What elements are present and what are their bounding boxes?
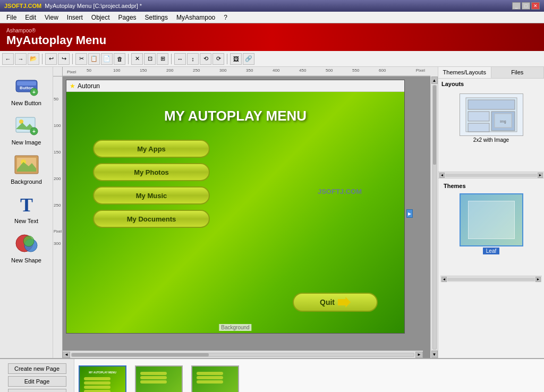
brand-ashampoo: Ashampoo® xyxy=(6,28,106,33)
page-mini-btns-sub1 xyxy=(140,372,167,384)
tb-open[interactable]: 📂 xyxy=(28,53,39,65)
page-item-main[interactable]: MY AUTOPLAY MENU Main Page xyxy=(79,365,126,392)
text-icon: T xyxy=(14,191,39,217)
menu-settings[interactable]: Settings xyxy=(141,13,172,22)
menu-help[interactable]: ? xyxy=(219,13,232,22)
svg-text:Pixel: Pixel xyxy=(67,70,76,74)
maximize-button[interactable]: □ xyxy=(522,2,530,10)
menu-object[interactable]: Object xyxy=(87,13,114,22)
page-mini-title: MY AUTOPLAY MENU xyxy=(82,371,123,374)
layout-scroll-right[interactable]: ► xyxy=(538,173,543,178)
title-bar: JSOFTJ.COM MyAutoplay Menu [C:\project.a… xyxy=(0,0,544,12)
tb-undo[interactable]: ↩ xyxy=(45,53,57,65)
tool-background[interactable]: Background xyxy=(5,150,48,187)
themes-label: Themes xyxy=(440,181,542,191)
tb-paste[interactable]: 📄 xyxy=(101,53,113,65)
canvas-scroll[interactable]: ★ Autorun MY AUTOPLAY MENU My Apps My Ph… xyxy=(63,76,430,358)
theme-scroll-left[interactable]: ◄ xyxy=(441,277,447,282)
page-mini-btn-2 xyxy=(84,381,110,385)
tb-copy[interactable]: 📋 xyxy=(88,53,100,65)
menu-btn-documents[interactable]: My Documents xyxy=(93,210,210,228)
shape-icon xyxy=(14,231,39,256)
menu-pages[interactable]: Pages xyxy=(114,13,141,22)
tab-themes-layouts[interactable]: Themes/Layouts xyxy=(438,67,491,78)
tb-sep-3 xyxy=(128,54,129,64)
svg-text:T: T xyxy=(20,194,32,216)
edit-page-button[interactable]: Edit Page xyxy=(8,376,66,387)
delete-page-button[interactable]: Delete Page xyxy=(8,389,66,392)
page-mini-btns xyxy=(84,377,110,392)
tb-image[interactable]: 🖼 xyxy=(230,53,242,65)
layout-h-scroll[interactable]: ◄ ► xyxy=(438,172,544,178)
v-scroll-up[interactable]: ▲ xyxy=(431,76,438,84)
canvas-body: 50 100 150 200 250 Pixel 300 ★ Autorun xyxy=(53,76,438,358)
layout-scroll-left[interactable]: ◄ xyxy=(439,173,445,178)
tb-delete[interactable]: 🗑 xyxy=(114,53,125,65)
v-scroll-track[interactable] xyxy=(432,85,437,350)
svg-point-17 xyxy=(23,236,34,246)
selection-handle[interactable]: ▶ xyxy=(406,209,413,218)
theme-h-scroll[interactable]: ◄ ► xyxy=(440,276,542,282)
tb-link[interactable]: 🔗 xyxy=(243,53,254,65)
menu-view[interactable]: View xyxy=(40,13,63,22)
tb-redo[interactable]: ↪ xyxy=(58,53,70,65)
close-button[interactable]: ✕ xyxy=(531,2,540,10)
theme-scroll-right[interactable]: ► xyxy=(536,277,541,282)
page-mini-btn-1 xyxy=(84,377,110,380)
layout-item-2x2[interactable]: img 2x2 with Image xyxy=(440,91,542,145)
tool-new-image-label: New Image xyxy=(12,139,41,146)
tool-new-text[interactable]: T New Text xyxy=(5,189,48,226)
page-mini-sub1 xyxy=(136,367,182,392)
v-scroll-thumb[interactable] xyxy=(433,86,436,165)
menu-file[interactable]: File xyxy=(2,13,21,22)
menu-btn-music[interactable]: My Music xyxy=(93,186,210,204)
menu-edit[interactable]: Edit xyxy=(21,13,40,22)
tb-flip-h[interactable]: ↔ xyxy=(174,53,186,65)
tool-new-text-label: New Text xyxy=(14,218,38,224)
theme-item-leaf[interactable]: Leaf xyxy=(440,191,542,257)
page-mini-btns-sub2 xyxy=(197,372,223,384)
tool-new-button[interactable]: Button + New Button xyxy=(5,71,48,108)
image-icon: + xyxy=(14,113,39,138)
left-toolbar: Button + New Button + New Image xyxy=(0,67,53,358)
menu-insert[interactable]: Insert xyxy=(63,13,87,22)
create-new-page-button[interactable]: Create new Page xyxy=(8,363,66,374)
v-scrollbar[interactable]: ▲ ▼ xyxy=(430,76,438,358)
star-icon: ★ xyxy=(70,82,75,90)
themes-scroll[interactable]: Leaf xyxy=(440,191,542,274)
tab-files[interactable]: Files xyxy=(491,67,545,78)
v-scroll-down[interactable]: ▼ xyxy=(431,351,438,358)
tb-back[interactable]: ← xyxy=(2,53,14,65)
h-scroll-thumb[interactable] xyxy=(72,353,209,356)
tool-new-shape[interactable]: New Shape xyxy=(5,228,48,266)
page-item-sub1[interactable]: Subpage xyxy=(135,365,183,392)
menu-btn-apps[interactable]: My Apps xyxy=(93,140,210,158)
tb-grid[interactable]: ⊡ xyxy=(144,53,156,65)
page-mini-btn-s1-1 xyxy=(140,372,167,375)
menu-myashampoo[interactable]: MyAshampoo xyxy=(172,13,219,22)
quit-button[interactable]: Quit xyxy=(293,293,378,312)
theme-inner xyxy=(468,201,515,239)
tb-rotate-r[interactable]: ⟳ xyxy=(212,53,224,65)
tb-cut[interactable]: ✂ xyxy=(75,53,87,65)
tb-rotate-l[interactable]: ⟲ xyxy=(200,53,211,65)
menu-btn-photos[interactable]: My Photos xyxy=(93,163,210,181)
layout-scroll-track[interactable] xyxy=(445,174,537,177)
page-mini-btn-s2-1 xyxy=(197,372,223,375)
tb-flip-v[interactable]: ↕ xyxy=(187,53,199,65)
page-thumb-sub1 xyxy=(135,365,183,392)
h-scroll-left[interactable]: ◄ xyxy=(63,352,70,358)
tb-forward[interactable]: → xyxy=(15,53,27,65)
h-scroll-right[interactable]: ► xyxy=(415,352,423,358)
h-scroll-track[interactable] xyxy=(71,353,414,357)
minimize-button[interactable]: _ xyxy=(512,2,521,10)
tb-cancel[interactable]: ✕ xyxy=(131,53,143,65)
tool-new-image[interactable]: + New Image xyxy=(5,110,48,148)
panel-tabs: Themes/Layouts Files xyxy=(438,67,544,79)
tb-sep-5 xyxy=(227,54,227,64)
layouts-scroll[interactable]: img 2x2 with Image xyxy=(438,89,544,172)
theme-scroll-track[interactable] xyxy=(447,278,535,281)
tb-align[interactable]: ⊞ xyxy=(157,53,168,65)
h-scrollbar[interactable]: ◄ ► xyxy=(63,351,423,358)
page-item-sub2[interactable]: Subpage 2 xyxy=(191,365,239,392)
